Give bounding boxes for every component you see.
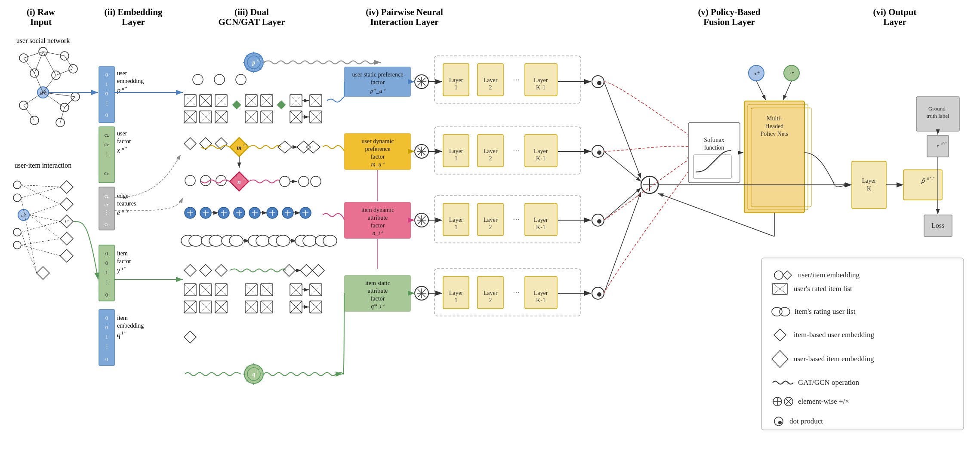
legend-dot-circle (774, 417, 783, 426)
y-i-sub: i⁺ (122, 266, 126, 271)
layer-group-2: Layer 1 Layer 2 ⋯ Layer K-1 (435, 127, 581, 174)
item-factor-label-2: factor (117, 258, 131, 264)
gcn-row3-d5 (297, 141, 311, 153)
ui-edge-5 (29, 215, 60, 221)
emb-0-3: 0 (105, 112, 108, 118)
ground-truth-label-1: Ground- (928, 105, 947, 112)
social-edge-2 (43, 52, 65, 56)
gcn-r8-b7 (310, 284, 322, 296)
red-dash-1 (604, 82, 693, 138)
user-social-network-label: user social network (16, 37, 70, 44)
p-u-sub: u⁺ (122, 86, 127, 91)
gcn-r7-d5 (300, 264, 312, 276)
legend-text-7: element-wise +/× (798, 397, 849, 405)
ui-item-3 (60, 232, 73, 245)
gcn-r9-b2 (200, 301, 212, 313)
ui-user-1 (13, 181, 21, 189)
gcn-row3-d6 (306, 141, 320, 153)
gcn-r9-b7 (310, 301, 322, 313)
l4-layer2-n: 2 (489, 297, 492, 304)
user-dynamic-label-1: user dynamic (361, 138, 394, 144)
l1-layer2: Layer (484, 77, 498, 83)
gcn-row2-col2 (200, 111, 212, 123)
wavy-m-right (249, 146, 281, 149)
y-i-label: y (116, 267, 120, 274)
wavy-m-left (201, 146, 230, 149)
dot-3-fill (597, 219, 601, 224)
gcn-node-2 (214, 74, 225, 85)
policy-nets-label-2: Headed (765, 123, 784, 129)
user-static-label-2: factor (371, 79, 385, 86)
x-u-label: x (117, 147, 120, 154)
ui-user-2 (13, 194, 21, 202)
ui-edge-4 (29, 204, 60, 215)
social-edge-9 (43, 75, 56, 92)
qemb-1: 1 (105, 334, 108, 340)
l2-layerk1: Layer (534, 148, 548, 154)
loss-label: Loss (931, 222, 944, 229)
p-hat-label: p̂ (921, 178, 925, 184)
legend-text-2: user's rated item list (794, 285, 852, 293)
section-header-iv: (iv) Pairwise Neural (366, 7, 443, 17)
gcn-row2-col3 (215, 111, 227, 123)
l3-layer2-n: 2 (489, 224, 492, 230)
gcn-oval-7b (323, 235, 337, 246)
l3-layer2: Layer (484, 217, 498, 223)
dot-1-fill (597, 81, 601, 85)
xemb-dots: ⋮ (104, 150, 110, 157)
yemb-0: 0 (105, 250, 108, 257)
ui-edge-9 (21, 245, 60, 256)
dot3-to-plus (604, 188, 641, 220)
l3-layer1-n: 1 (455, 224, 458, 230)
gcn-r8-b5 (261, 284, 273, 296)
yemb-1: 1 (105, 269, 108, 276)
m-u-sub-2: u⁺ (243, 143, 248, 147)
gcn-oval-1b (189, 235, 203, 246)
p-u-label: p (117, 86, 120, 94)
user-embedding-label-2: embedding (117, 78, 144, 84)
l1-layerk1: Layer (534, 77, 548, 83)
l2-layer2: Layer (484, 148, 498, 154)
dot-4-fill (597, 292, 601, 297)
legend-text-3: item's rating user list (795, 307, 856, 316)
edge-gray-1 (114, 155, 181, 198)
gcn-circ-5 (299, 176, 309, 187)
item-static-label-3: factor (371, 295, 385, 302)
wavy-q-left (185, 373, 241, 376)
social-edge-10 (24, 92, 43, 105)
gcn-oval-6b (303, 235, 317, 246)
gcn-circ-3 (216, 175, 226, 186)
ui-item-2 (60, 198, 73, 211)
section-header-iii-2: GCN/GAT Layer (219, 17, 285, 27)
ui-edge-6 (29, 215, 60, 239)
yemb-0-3: 0 (105, 291, 108, 298)
p-u-star-label: p*_u⁺ (370, 88, 386, 94)
wavy-n-right (249, 180, 281, 183)
gcn-to-pairwise-yellow (323, 146, 344, 152)
emb-1-1: 1 (105, 81, 108, 87)
xemb-c1: c₁ (105, 132, 109, 138)
item-static-label-2: attribute (368, 288, 388, 294)
l3-layerk1-n: K-1 (536, 224, 545, 230)
l4-layer1: Layer (449, 290, 463, 296)
l4-layerk1: Layer (534, 290, 548, 296)
gcn-row3-d2 (200, 138, 212, 150)
legend-text-1: user/item embedding (798, 271, 860, 279)
ui-edge-1 (21, 185, 60, 187)
dot-2-fill (597, 150, 601, 155)
l4-layer2: Layer (484, 290, 498, 296)
gcn-to-pairwise-green (337, 293, 344, 374)
gcn-circ-1 (185, 175, 195, 186)
gcn-circ-6 (311, 176, 321, 187)
gcn-oval-2b (209, 235, 223, 246)
l2-layer1-n: 1 (455, 155, 458, 162)
policy-nets-label-3: Policy Nets (761, 131, 789, 137)
qemb-dots-2: ⋮ (104, 343, 110, 350)
gcn-r7-d2 (200, 264, 212, 276)
layer-group-3: Layer 1 Layer 2 ⋯ Layer K-1 (435, 196, 581, 243)
u-plus-to-policy (756, 81, 766, 100)
gcn-green-diamond-1 (232, 101, 241, 109)
gcn-node-1 (193, 74, 203, 85)
red-dash-2 (604, 146, 693, 151)
u-plus-policy-label: u⁺ (753, 70, 760, 77)
